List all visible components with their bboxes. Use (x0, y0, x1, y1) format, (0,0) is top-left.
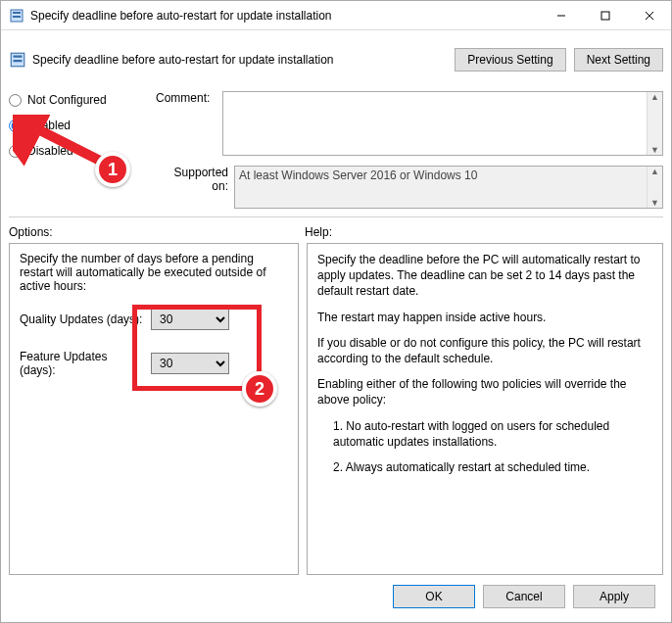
quality-updates-label: Quality Updates (days): (20, 312, 145, 326)
footer-buttons: OK Cancel Apply (9, 575, 663, 614)
cancel-button[interactable]: Cancel (483, 585, 565, 608)
svg-rect-4 (601, 12, 609, 20)
radio-disabled[interactable]: Disabled (9, 144, 146, 158)
ok-button[interactable]: OK (393, 585, 475, 608)
quality-updates-select[interactable]: 30 (151, 309, 229, 330)
window-title: Specify deadline before auto-restart for… (30, 9, 539, 23)
minimize-button[interactable] (539, 1, 583, 29)
help-li1: 1. No auto-restart with logged on users … (333, 418, 652, 450)
options-label: Options: (9, 225, 305, 239)
panel-labels: Options: Help: (9, 225, 663, 239)
svg-rect-1 (13, 12, 21, 14)
close-button[interactable] (627, 1, 671, 29)
next-setting-button[interactable]: Next Setting (574, 48, 663, 72)
maximize-button[interactable] (583, 1, 627, 29)
header-subtitle: Specify deadline before auto-restart for… (32, 53, 455, 67)
divider (9, 216, 663, 217)
window-controls (539, 1, 671, 29)
state-and-comment: Not Configured Enabled Disabled Comment: (9, 87, 663, 209)
help-label: Help: (305, 225, 663, 239)
help-li2: 2. Always automatically restart at sched… (333, 459, 652, 475)
content-area: Specify deadline before auto-restart for… (1, 30, 671, 622)
state-radios: Not Configured Enabled Disabled (9, 93, 146, 158)
help-panel: Specify the deadline before the PC will … (307, 243, 663, 575)
options-panel: Specify the number of days before a pend… (9, 243, 299, 575)
supported-row: Supported on: At least Windows Server 20… (156, 166, 663, 209)
feature-updates-select[interactable]: 30 (151, 353, 229, 374)
help-p1: Specify the deadline before the PC will … (317, 252, 652, 300)
radio-disabled-input[interactable] (9, 145, 22, 158)
help-p4: Enabling either of the following two pol… (317, 376, 652, 407)
svg-rect-8 (14, 56, 23, 58)
feature-updates-row: Feature Updates (days): 30 (20, 350, 288, 377)
header-row: Specify deadline before auto-restart for… (9, 36, 663, 83)
titlebar: Specify deadline before auto-restart for… (1, 1, 671, 30)
scrollbar[interactable]: ▲▼ (647, 167, 662, 208)
policy-icon (9, 51, 26, 69)
svg-rect-9 (14, 60, 23, 62)
radio-enabled-label: Enabled (27, 119, 71, 132)
quality-updates-row: Quality Updates (days): 30 (20, 309, 288, 330)
radio-enabled[interactable]: Enabled (9, 119, 146, 132)
radio-not-configured-input[interactable] (9, 94, 22, 107)
help-p3: If you disable or do not configure this … (317, 335, 652, 366)
feature-updates-label: Feature Updates (days): (20, 350, 145, 377)
comment-row: Comment: ▲▼ (156, 91, 663, 156)
policy-icon (9, 8, 24, 24)
comment-label: Comment: (156, 91, 222, 105)
scrollbar[interactable]: ▲▼ (647, 92, 662, 155)
supported-value: At least Windows Server 2016 or Windows … (235, 167, 647, 208)
radio-not-configured[interactable]: Not Configured (9, 93, 146, 107)
panels: Specify the number of days before a pend… (9, 243, 663, 575)
radio-not-configured-label: Not Configured (27, 93, 107, 107)
comment-textarea[interactable] (223, 92, 647, 155)
previous-setting-button[interactable]: Previous Setting (455, 48, 565, 72)
dialog-window: Specify deadline before auto-restart for… (0, 0, 672, 623)
svg-rect-2 (13, 16, 21, 18)
radio-enabled-input[interactable] (9, 120, 22, 132)
help-p2: The restart may happen inside active hou… (317, 310, 652, 325)
supported-label: Supported on: (156, 166, 234, 193)
apply-button[interactable]: Apply (573, 585, 655, 608)
options-intro: Specify the number of days before a pend… (20, 252, 288, 293)
radio-disabled-label: Disabled (27, 144, 73, 158)
